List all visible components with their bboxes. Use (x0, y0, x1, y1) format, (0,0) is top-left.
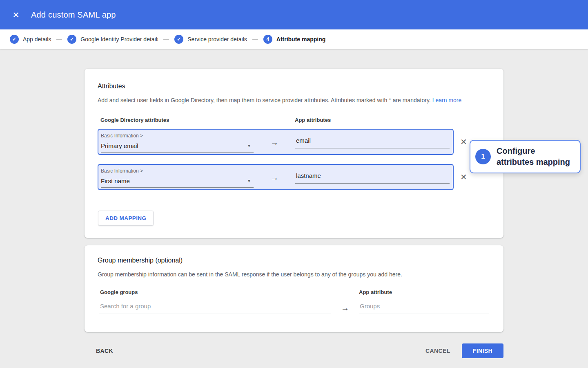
callout-text: Configure attributes mapping (497, 146, 572, 168)
step-app-details[interactable]: ✓ App details (10, 35, 51, 44)
step-separator (252, 39, 258, 40)
google-directory-attributes-header: Google Directory attributes (98, 117, 295, 123)
step-separator (56, 39, 62, 40)
remove-mapping-icon[interactable]: ✕ (460, 138, 467, 146)
attributes-card: Attributes Add and select user fields in… (85, 69, 503, 238)
mapping-row-highlight: Basic Information > Primary email ▼ → (98, 129, 454, 155)
learn-more-link[interactable]: Learn more (432, 97, 462, 103)
app-attributes-header: App attributes (295, 117, 490, 123)
close-icon[interactable]: ✕ (11, 11, 21, 19)
directory-attribute-select[interactable]: Basic Information > First name ▼ (101, 168, 254, 188)
step-google-idp-details[interactable]: ✓ Google Identity Provider details (67, 35, 158, 44)
attributes-card-title: Attributes (98, 83, 490, 90)
step-attribute-mapping[interactable]: 4 Attribute mapping (263, 35, 326, 44)
mapping-row: Basic Information > Primary email ▼ → ✕ (98, 129, 490, 155)
group-search-input[interactable] (99, 301, 331, 314)
remove-mapping-icon[interactable]: ✕ (460, 173, 467, 181)
dropdown-arrow-icon: ▼ (247, 179, 251, 183)
attribute-value-label: Primary email (101, 142, 138, 149)
group-search-wrap (98, 301, 331, 314)
page-title: Add custom SAML app (31, 10, 116, 20)
stepper: ✓ App details ✓ Google Identity Provider… (0, 29, 588, 49)
app-attribute-field-wrap (295, 172, 450, 184)
group-membership-card: Group membership (optional) Group member… (85, 245, 503, 332)
app-attribute-field-wrap (295, 137, 450, 148)
arrow-right-icon: → (270, 138, 278, 147)
cancel-button[interactable]: CANCEL (425, 348, 450, 354)
step-service-provider-details[interactable]: ✓ Service provider details (174, 35, 247, 44)
step-label: Attribute mapping (276, 36, 326, 43)
step-label: Google Identity Provider details (80, 36, 158, 43)
directory-attribute-select[interactable]: Basic Information > Primary email ▼ (101, 133, 254, 153)
step-label: App details (23, 36, 51, 43)
footer-actions: BACK CANCEL FINISH (85, 343, 503, 368)
attributes-card-description: Add and select user fields in Google Dir… (98, 96, 490, 105)
arrow-right-icon: → (341, 303, 349, 312)
configure-mapping-callout: 1 Configure attributes mapping (470, 140, 581, 173)
app-attribute-input[interactable] (295, 137, 450, 148)
step-label: Service provider details (187, 36, 247, 43)
attribute-category-label: Basic Information > (101, 133, 254, 139)
callout-step-badge: 1 (475, 149, 491, 164)
finish-button[interactable]: FINISH (462, 343, 503, 358)
step-check-icon: ✓ (67, 35, 76, 44)
attribute-value-label: First name (101, 177, 130, 184)
groups-attribute-input[interactable] (359, 301, 489, 314)
app-attribute-input[interactable] (295, 172, 450, 184)
group-card-title: Group membership (optional) (98, 257, 490, 264)
attributes-column-headers: Google Directory attributes App attribut… (98, 117, 490, 123)
step-check-icon: ✓ (174, 35, 183, 44)
dropdown-arrow-icon: ▼ (247, 144, 251, 148)
footer-right-actions: CANCEL FINISH (425, 343, 503, 358)
groups-attribute-wrap (359, 301, 489, 314)
mapping-arrow-cell: → (254, 168, 295, 188)
group-card-description: Group membership information can be sent… (98, 271, 490, 279)
page: ✕ Add custom SAML app ✓ App details ✓ Go… (0, 0, 588, 368)
group-arrow-cell: → (331, 301, 359, 313)
arrow-right-icon: → (270, 173, 278, 182)
main-content: Attributes Add and select user fields in… (85, 69, 503, 368)
app-attribute-header: App attribute (359, 289, 489, 295)
group-header-spacer (331, 289, 359, 295)
google-groups-header: Google groups (98, 289, 331, 295)
app-header: ✕ Add custom SAML app (0, 0, 588, 29)
mapping-row-highlight: Basic Information > First name ▼ → (98, 164, 454, 190)
step-number: 4 (263, 35, 272, 44)
attribute-category-label: Basic Information > (101, 168, 254, 174)
group-column-headers: Google groups App attribute (98, 289, 490, 295)
mapping-row: Basic Information > First name ▼ → ✕ (98, 164, 490, 190)
step-separator (163, 39, 169, 40)
mapping-arrow-cell: → (254, 133, 295, 153)
back-button[interactable]: BACK (96, 348, 113, 354)
attributes-description-text: Add and select user fields in Google Dir… (98, 97, 431, 103)
add-mapping-button[interactable]: ADD MAPPING (98, 211, 154, 226)
group-fields-row: → (98, 301, 490, 314)
step-check-icon: ✓ (10, 35, 19, 44)
